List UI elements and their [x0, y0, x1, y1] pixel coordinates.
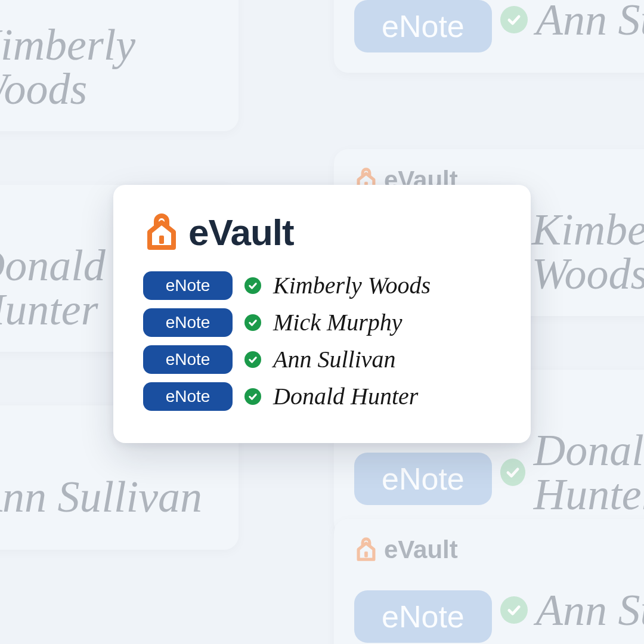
ghost-signature: Kimberly Woods: [532, 208, 644, 296]
check-circle-icon: [244, 277, 261, 294]
signer-signature: Kimberly Woods: [273, 274, 431, 298]
ghost-signer-row: eNoteAnn Sullivan: [354, 577, 644, 643]
check-circle-icon: [500, 596, 528, 624]
ghost-enote-pill: eNote: [354, 590, 492, 643]
signer-signature: Mick Murphy: [273, 311, 402, 335]
ghost-brand-row: eVault: [0, 0, 218, 10]
ghost-signature: Ann Sullivan: [0, 475, 202, 519]
ghost-evault-card: eVaulteNoteKimberly Woods: [0, 0, 239, 131]
ghost-brand-row: eVault: [354, 535, 644, 564]
signer-row: eNoteAnn Sullivan: [143, 345, 501, 374]
ghost-signature: Kimberly Woods: [0, 23, 218, 111]
ghost-brand-text: eVault: [384, 535, 458, 564]
check-circle-icon: [244, 314, 261, 331]
ghost-evault-card: eVaulteNoteAnn Sullivan: [334, 519, 644, 644]
signer-list: eNoteKimberly WoodseNoteMick MurphyeNote…: [143, 271, 501, 411]
enote-pill[interactable]: eNote: [143, 271, 233, 300]
brand-text: eVault: [188, 211, 294, 253]
check-circle-icon: [244, 388, 261, 405]
ghost-signer-row: eNoteAnn Sullivan: [354, 0, 644, 52]
check-circle-icon: [500, 459, 525, 486]
check-circle-icon: [244, 351, 261, 368]
check-circle-icon: [500, 6, 528, 33]
signer-row: eNoteDonald Hunter: [143, 382, 501, 411]
enote-pill[interactable]: eNote: [143, 308, 233, 337]
ghost-signature: Ann Sullivan: [536, 0, 644, 42]
signer-signature: Ann Sullivan: [273, 348, 396, 371]
ghost-signature: Donald Hunter: [534, 428, 644, 516]
signer-row: eNoteKimberly Woods: [143, 271, 501, 300]
ghost-signature: Ann Sullivan: [536, 588, 644, 632]
lock-icon: [143, 213, 180, 252]
svg-rect-6: [364, 552, 367, 557]
ghost-evault-card: eVaulteNoteAnn Sullivan: [334, 0, 644, 73]
ghost-signer-row: eNoteKimberly Woods: [0, 23, 218, 111]
evault-card: eVault eNoteKimberly WoodseNoteMick Murp…: [113, 185, 531, 443]
svg-rect-7: [159, 236, 164, 244]
enote-pill[interactable]: eNote: [143, 382, 233, 411]
ghost-signer-row: eNoteAnn Sullivan: [0, 464, 218, 530]
lock-icon: [354, 537, 378, 563]
brand-row: eVault: [143, 211, 501, 253]
ghost-enote-pill: eNote: [354, 453, 492, 505]
signer-signature: Donald Hunter: [273, 385, 418, 408]
enote-pill[interactable]: eNote: [143, 345, 233, 374]
ghost-enote-pill: eNote: [354, 0, 492, 52]
signer-row: eNoteMick Murphy: [143, 308, 501, 337]
